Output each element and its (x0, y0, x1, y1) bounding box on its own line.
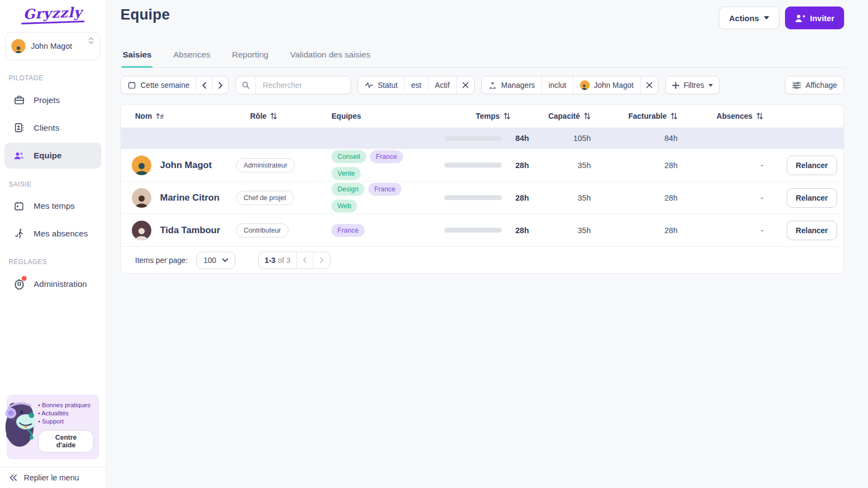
sidebar-item-mes-absences[interactable]: Mes absences (4, 221, 101, 246)
plus-icon (672, 82, 679, 89)
table-row: John Magot Administrateur ConseilFranceV… (121, 149, 844, 181)
collapse-menu-label: Replier le menu (24, 473, 79, 482)
notification-dot (22, 276, 27, 281)
column-header-facturable[interactable]: Facturable (609, 112, 696, 120)
total-capacite: 105h (529, 134, 609, 143)
sidebar-item-equipe[interactable]: Equipe (4, 143, 101, 169)
items-per-page-select[interactable]: 100 (196, 252, 235, 269)
relancer-button[interactable]: Relancer (787, 221, 837, 240)
search-icon (236, 76, 256, 94)
brand-logo: Gryzzly (0, 0, 106, 27)
calendar-icon (13, 201, 25, 211)
filter-operator[interactable]: est (404, 76, 428, 94)
filter-chip-managers: Managers inclut John Magot (481, 76, 659, 94)
relancer-button[interactable]: Relancer (787, 156, 837, 175)
actions-dropdown-button[interactable]: Actions (719, 7, 780, 29)
total-facturable: 84h (609, 134, 696, 143)
column-header-role[interactable]: Rôle (236, 112, 317, 120)
progress-bar (444, 163, 502, 168)
user-name: John Magot (31, 42, 72, 50)
close-icon[interactable] (456, 76, 474, 94)
role-pill: Administrateur (236, 158, 295, 172)
filter-field[interactable]: Managers (482, 76, 541, 94)
workspace-user-switcher[interactable]: John Magot (5, 32, 100, 60)
sidebar-item-label: Mes temps (34, 201, 75, 211)
double-chevron-left-icon (9, 474, 17, 481)
help-card: Bonnes pratiques Actualités Support Cent… (7, 395, 99, 459)
chevron-down-icon (222, 258, 228, 262)
filter-operator[interactable]: inclut (541, 76, 573, 94)
gear-icon (13, 278, 25, 290)
sidebar: Gryzzly John Magot PILOTAGE Projets Clie… (0, 0, 106, 488)
filter-field[interactable]: Statut (358, 76, 404, 94)
member-name: John Magot (160, 160, 212, 171)
table-row: Marine Citron Chef de projet DesignFranc… (121, 181, 844, 214)
sort-icon (584, 112, 591, 120)
member-name-cell[interactable]: Tida Tambour (121, 221, 236, 240)
period-prev-button[interactable] (196, 76, 212, 94)
summary-row: 84h 105h 84h (121, 128, 844, 149)
temps-value: 28h (509, 161, 529, 170)
team-tag: Vente (331, 167, 361, 180)
team-tag: France (331, 224, 365, 237)
sort-icon (671, 112, 678, 120)
filter-value[interactable]: John Magot (573, 76, 640, 94)
tab-validation-des-saisies[interactable]: Validation des saisies (289, 46, 372, 67)
relancer-button[interactable]: Relancer (787, 188, 837, 208)
member-name-cell[interactable]: John Magot (121, 156, 236, 175)
mascot-bear-illustration (3, 399, 38, 448)
sidebar-item-mes-temps[interactable]: Mes temps (4, 194, 101, 219)
sidebar-item-label: Mes absences (34, 229, 88, 239)
help-link-actualites[interactable]: Actualités (38, 410, 94, 416)
team-tag: France (370, 150, 403, 163)
sidebar-item-clients[interactable]: Clients (4, 115, 101, 140)
team-icon (13, 150, 25, 162)
facturable-value: 28h (609, 194, 696, 202)
tab-saisies[interactable]: Saisies (122, 46, 152, 68)
column-header-temps[interactable]: Temps (430, 112, 529, 120)
help-link-bonnes-pratiques[interactable]: Bonnes pratiques (38, 402, 94, 408)
filter-value[interactable]: Actif (428, 76, 456, 94)
search-input[interactable] (263, 81, 344, 89)
main-content: Equipe Actions Inviter Saisies Absences … (106, 0, 868, 488)
tab-reporting[interactable]: Reporting (231, 46, 270, 67)
member-avatar (132, 156, 151, 175)
period-button[interactable]: Cette semaine (121, 76, 196, 94)
calendar-icon (127, 81, 136, 89)
sort-icon (503, 112, 510, 120)
column-header-capacite[interactable]: Capacité (529, 112, 609, 120)
section-label-reglages: RÉGLAGES (0, 247, 106, 270)
activity-icon (365, 81, 373, 89)
help-center-button[interactable]: Centre d'aide (38, 430, 94, 453)
items-per-page-label: Items per page: (135, 256, 188, 265)
sidebar-item-label: Equipe (34, 151, 62, 160)
team-table: Nom Rôle Equipes Temps Ca (120, 104, 844, 274)
sidebar-item-administration[interactable]: Administration (4, 271, 101, 297)
close-icon[interactable] (640, 76, 658, 94)
user-plus-icon (795, 14, 805, 23)
capacite-value: 35h (529, 161, 609, 170)
member-name-cell[interactable]: Marine Citron (121, 188, 236, 208)
chevron-updown-icon (88, 37, 94, 44)
briefcase-icon (13, 94, 25, 106)
column-header-equipes[interactable]: Equipes (317, 112, 430, 120)
tab-bar: Saisies Absences Reporting Validation de… (120, 46, 844, 68)
column-header-absences[interactable]: Absences (696, 112, 782, 120)
add-filter-button[interactable]: Filtres (665, 76, 720, 94)
display-settings-button[interactable]: Affichage (785, 76, 844, 94)
pagination-next-button[interactable] (313, 252, 330, 268)
tab-absences[interactable]: Absences (172, 46, 211, 67)
table-footer: Items per page: 100 1-3 of 3 (121, 246, 844, 273)
column-header-nom[interactable]: Nom (121, 112, 236, 120)
member-name: Marine Citron (160, 192, 220, 203)
caret-down-icon (709, 84, 713, 87)
help-link-support[interactable]: Support (38, 418, 94, 425)
sidebar-item-projets[interactable]: Projets (4, 87, 101, 113)
progress-bar (444, 195, 502, 200)
pagination-prev-button[interactable] (296, 252, 313, 268)
invite-button[interactable]: Inviter (785, 7, 844, 29)
pagination-of: of 3 (278, 256, 290, 265)
sort-icon (270, 112, 277, 120)
period-next-button[interactable] (212, 76, 228, 94)
collapse-menu-button[interactable]: Replier le menu (0, 467, 106, 488)
